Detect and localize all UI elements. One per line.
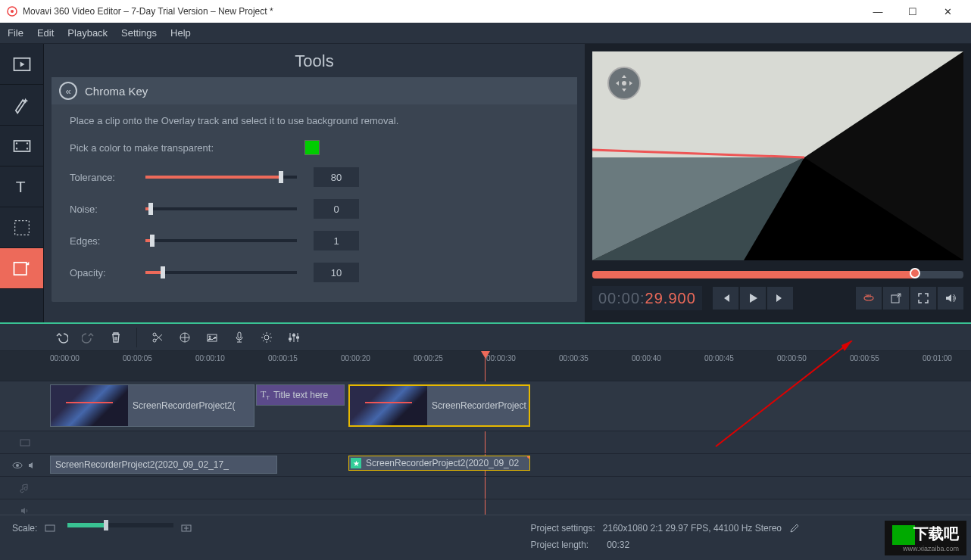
delete-button[interactable] [103,326,129,349]
redo-button[interactable] [76,326,101,349]
tool-stickers[interactable] [0,207,43,248]
tolerance-slider[interactable] [145,176,297,179]
svg-text:360: 360 [865,294,872,298]
zoom-out-icon[interactable] [45,523,57,534]
preview-scrubber[interactable] [592,271,963,278]
tool-filters[interactable] [0,85,43,126]
fullscreen-button[interactable] [910,287,936,310]
tools-panel: Tools « Chroma Key Place a clip onto the… [44,44,585,322]
menu-settings[interactable]: Settings [121,27,157,39]
clip-label: ScreenRecorderProject2(2020_09_02_17_ [55,459,229,470]
svg-rect-29 [297,337,299,338]
record-audio-button[interactable] [226,326,252,349]
timeline: 00:00:00 00:00:05 00:00:10 00:00:15 00:0… [0,351,971,533]
popout-button[interactable] [883,287,909,310]
title-icon: TT [257,389,273,401]
play-button[interactable] [740,287,766,310]
svg-point-5 [15,148,17,149]
close-button[interactable]: ✕ [930,0,965,23]
360-view-button[interactable]: 360 [856,287,882,310]
menu-edit[interactable]: Edit [37,27,54,39]
maximize-button[interactable]: ☐ [895,0,930,23]
noise-label: Noise: [70,204,145,215]
window-title: Movavi 360 Video Editor – 7-Day Trial Ve… [23,6,273,17]
panel-name: Chroma Key [85,85,148,98]
scale-slider[interactable] [67,523,173,527]
svg-rect-27 [289,338,292,340]
edges-slider[interactable] [145,239,297,242]
main-audio-clip[interactable]: ★ ScreenRecorderProject2(2020_09_02 [348,456,530,471]
tool-transitions[interactable] [0,126,43,166]
preview-screen[interactable] [592,51,963,260]
timeline-ruler[interactable]: 00:00:00 00:00:05 00:00:10 00:00:15 00:0… [0,351,971,381]
timecode: 00:00:29.900 [592,286,702,310]
svg-point-6 [26,142,27,144]
tool-media[interactable] [0,44,43,85]
project-settings-label: Project settings: [530,523,595,534]
main-video-clip[interactable]: ScreenRecorderProject2(2020_09_02_17_ [50,456,277,474]
svg-point-21 [153,339,156,342]
tool-more[interactable] [0,248,43,289]
menubar: File Edit Playback Settings Help [0,23,971,44]
ruler-mark: 00:00:40 [632,354,661,362]
tolerance-label: Tolerance: [70,172,145,183]
svg-rect-35 [45,525,55,531]
color-label: Pick a color to make transparent: [70,142,304,154]
chroma-description: Place a clip onto the Overlay track and … [70,115,559,126]
chroma-header: « Chroma Key [52,77,577,104]
opacity-slider[interactable] [145,271,297,274]
menu-playback[interactable]: Playback [67,27,108,39]
360-nav-control[interactable] [607,67,641,100]
svg-rect-9 [14,220,29,235]
edit-icon[interactable] [789,523,800,534]
svg-point-32 [16,464,19,467]
back-button[interactable]: « [59,82,77,100]
clip-label: Title text here [273,390,328,400]
menu-help[interactable]: Help [170,27,191,39]
overlay-clip-2[interactable]: ★ ScreenRecorderProject [348,384,530,427]
clip-properties-button[interactable] [254,326,279,349]
clip-label: ScreenRecorderProject [432,400,526,411]
ruler-mark: 00:00:45 [704,354,734,362]
noise-value[interactable]: 0 [314,199,359,219]
tools-title: Tools [52,44,577,77]
svg-point-7 [26,148,27,149]
clip-label: ScreenRecorderProject2(2020_09_02 [366,458,519,468]
tolerance-value[interactable]: 80 [314,167,359,187]
next-frame-button[interactable] [767,287,793,310]
volume-button[interactable] [938,287,963,310]
split-button[interactable] [145,326,170,349]
statusbar: Scale: Project settings: 2160x1080 2:1 2… [0,515,971,560]
noise-slider[interactable] [145,207,297,210]
svg-point-26 [264,335,269,340]
color-swatch[interactable] [304,140,320,155]
svg-rect-10 [14,262,26,274]
rotate-button[interactable] [172,326,198,349]
prev-frame-button[interactable] [713,287,738,310]
edges-value[interactable]: 1 [314,231,359,250]
title-clip[interactable]: TT Title text here [256,384,345,406]
minimize-button[interactable]: — [860,0,895,23]
svg-point-1 [11,10,14,13]
svg-rect-25 [238,332,241,338]
equalizer-button[interactable] [281,326,307,349]
speaker-icon[interactable] [27,460,38,471]
ruler-mark: 00:00:50 [777,354,807,362]
tool-titles[interactable]: T [0,166,43,207]
opacity-value[interactable]: 10 [314,263,359,282]
svg-point-20 [153,333,156,336]
ruler-mark: 00:00:20 [341,354,370,362]
undo-button[interactable] [48,326,74,349]
menu-file[interactable]: File [8,27,23,39]
overlay-clip-1[interactable]: ScreenRecorderProject2( [50,384,254,427]
svg-rect-28 [293,334,295,336]
eye-icon[interactable] [12,460,23,471]
ruler-mark: 00:00:55 [850,354,879,362]
scale-label: Scale: [12,523,37,534]
edges-label: Edges: [70,235,145,247]
svg-text:T: T [15,178,25,195]
zoom-in-icon[interactable] [181,523,193,534]
svg-rect-30 [20,440,30,446]
crop-button[interactable] [199,326,225,349]
left-tool-strip: T [0,44,44,322]
